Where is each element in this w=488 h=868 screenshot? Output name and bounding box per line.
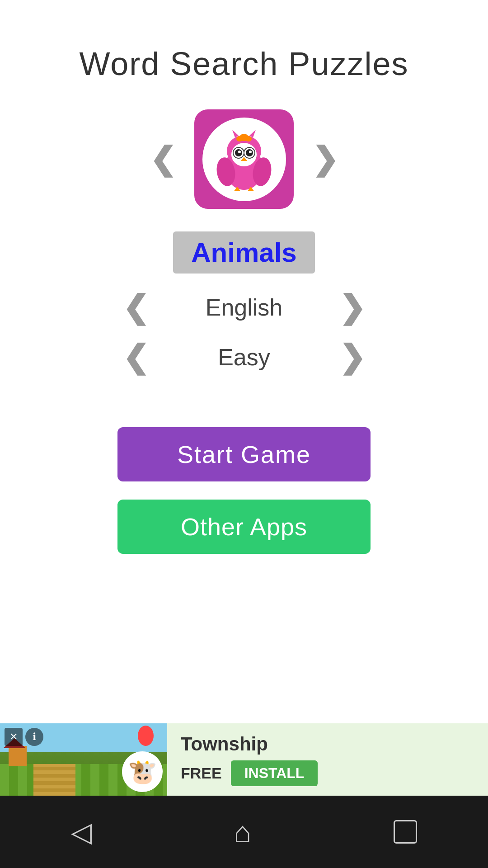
ad-cow-icon: 🐮 — [122, 751, 163, 792]
ad-info-button[interactable]: ℹ — [25, 728, 43, 746]
ad-game-title: Township — [181, 733, 474, 755]
svg-point-21 — [236, 136, 243, 142]
ad-game-image: 🐮 ✕ ℹ — [0, 723, 167, 796]
ad-banner: 🐮 ✕ ℹ Township FREE INSTALL — [0, 723, 488, 796]
nav-recents-button[interactable] — [394, 820, 417, 844]
other-apps-label: Other Apps — [181, 513, 307, 541]
svg-marker-2 — [232, 130, 239, 137]
svg-marker-3 — [249, 130, 256, 137]
category-name: Animals — [191, 237, 296, 268]
other-apps-button[interactable]: Other Apps — [117, 500, 371, 554]
language-selector: ❮ English ❯ — [86, 292, 402, 323]
svg-point-10 — [249, 151, 252, 153]
difficulty-selector: ❮ Easy ❯ — [86, 341, 402, 373]
difficulty-prev-button[interactable]: ❮ — [122, 341, 149, 373]
ad-balloon-icon — [138, 726, 154, 746]
category-label-box: Animals — [173, 231, 314, 274]
app-title: Word Search Puzzles — [80, 45, 409, 82]
ad-controls: ✕ ℹ — [5, 728, 43, 746]
ad-free-label: FREE — [181, 764, 222, 782]
category-next-button[interactable]: ❯ — [312, 143, 338, 175]
svg-line-19 — [251, 189, 254, 191]
ad-farm-barn — [9, 746, 27, 766]
ad-close-button[interactable]: ✕ — [5, 728, 23, 746]
category-icon-circle — [202, 118, 286, 201]
language-next-button[interactable]: ❯ — [339, 292, 366, 323]
start-game-label: Start Game — [177, 440, 311, 468]
nav-back-button[interactable]: ◁ — [71, 816, 92, 848]
svg-point-22 — [245, 136, 252, 142]
start-game-button[interactable]: Start Game — [117, 427, 371, 481]
category-image — [194, 109, 294, 209]
difficulty-value: Easy — [176, 344, 312, 371]
language-value: English — [176, 294, 312, 321]
ad-install-button[interactable]: INSTALL — [231, 760, 318, 786]
language-prev-button[interactable]: ❮ — [122, 292, 149, 323]
category-label-container: Animals — [173, 231, 314, 274]
svg-point-7 — [238, 151, 241, 153]
difficulty-next-button[interactable]: ❯ — [339, 341, 366, 373]
ad-content: Township FREE INSTALL — [167, 733, 488, 786]
ad-farm-path — [33, 764, 75, 796]
nav-home-button[interactable]: ⌂ — [234, 815, 251, 849]
navigation-bar: ◁ ⌂ — [0, 796, 488, 868]
ad-actions: FREE INSTALL — [181, 760, 474, 786]
owl-icon — [212, 127, 276, 191]
category-selector: ❮ — [150, 109, 338, 209]
category-prev-button[interactable]: ❮ — [150, 143, 176, 175]
